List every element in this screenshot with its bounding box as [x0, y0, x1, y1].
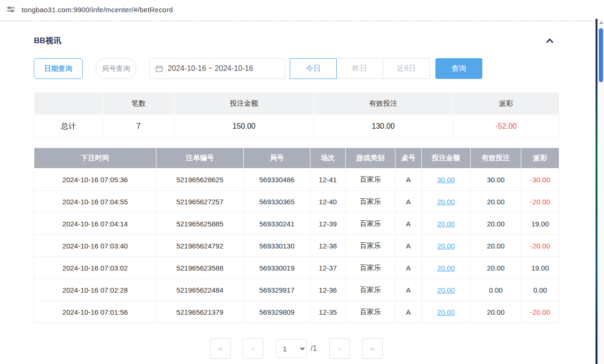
table-row: 2024-10-16 07:04:55521965627257569330365…: [34, 191, 559, 213]
table-row: 2024-10-16 07:03:02521965623588569330019…: [34, 257, 559, 279]
search-button[interactable]: 查询: [435, 58, 482, 79]
cell-time: 2024-10-16 07:03:40: [34, 235, 156, 257]
cell-time: 2024-10-16 07:04:55: [34, 191, 156, 213]
cell-table-no: A: [395, 213, 422, 235]
summary-header-bet-amount: 投注金额: [175, 93, 314, 115]
table-row: 2024-10-16 07:03:40521965624792569330130…: [34, 235, 559, 257]
cell-round: 569330365: [244, 191, 310, 213]
table-row: 2024-10-16 07:02:28521965622484569329917…: [34, 279, 559, 301]
cell-round: 569329809: [244, 301, 310, 323]
yesterday-button[interactable]: 昨日: [336, 58, 383, 79]
cell-valid: 30.00: [471, 169, 521, 191]
prev-page-button[interactable]: ‹: [243, 338, 263, 359]
summary-header-valid-bet: 有效投注: [314, 93, 453, 115]
cell-table-no: A: [395, 191, 422, 213]
summary-header-blank: [34, 93, 103, 115]
cell-session: 12-36: [310, 279, 346, 301]
summary-table: 笔数 投注金额 有效投注 派彩 总计 7 150.00 130.00 -52.0…: [34, 92, 559, 138]
col-header-session: 场次: [310, 148, 346, 169]
calendar-icon: [155, 65, 163, 72]
cell-bet[interactable]: 20.00: [422, 279, 471, 301]
page-title: BB视讯: [34, 35, 62, 46]
last-page-button[interactable]: »: [362, 338, 383, 359]
cell-bet[interactable]: 20.00: [422, 235, 471, 257]
round-query-tab[interactable]: 局号查询: [96, 58, 136, 79]
col-header-round-no: 局号: [244, 148, 310, 169]
cell-time: 2024-10-16 07:02:28: [34, 279, 156, 301]
cell-round: 569330486: [244, 169, 310, 191]
page-select[interactable]: 1: [276, 339, 307, 358]
next-page-button[interactable]: ›: [329, 338, 350, 359]
cell-session: 12-35: [310, 301, 346, 323]
summary-valid-bet-value: 130.00: [314, 115, 453, 138]
cell-bet[interactable]: 20.00: [422, 301, 471, 323]
cell-session: 12-38: [310, 235, 346, 257]
cell-payout: -20.00: [521, 235, 559, 257]
date-range-value: 2024-10-16 ~ 2024-10-16: [168, 64, 253, 73]
cell-game: 百家乐: [346, 191, 395, 213]
cell-session: 12-39: [310, 213, 346, 235]
cell-bet-id: 521965627257: [156, 191, 244, 213]
cell-bet[interactable]: 20.00: [422, 191, 471, 213]
cell-table-no: A: [395, 279, 422, 301]
col-header-valid-bet: 有效投注: [471, 148, 521, 169]
cell-valid: 20.00: [471, 301, 521, 323]
cell-round: 569330019: [244, 257, 310, 279]
cell-game: 百家乐: [346, 213, 395, 235]
cell-payout: 0.00: [521, 279, 559, 301]
scrollbar-thumb[interactable]: [599, 28, 603, 82]
cell-bet-id: 521965625885: [156, 213, 244, 235]
collapse-chevron-icon[interactable]: [546, 39, 554, 46]
cell-payout: -20.00: [521, 301, 559, 323]
cell-payout: 19.00: [521, 213, 559, 235]
cell-bet-id: 521965622484: [156, 279, 244, 301]
address-url[interactable]: tongbao31.com:9900/infe/mcenter/#/betRec…: [22, 6, 173, 14]
cell-time: 2024-10-16 07:01:56: [34, 301, 156, 323]
summary-bet-amount-value: 150.00: [175, 115, 314, 138]
cell-game: 百家乐: [346, 235, 395, 257]
cell-payout: 19.00: [521, 257, 559, 279]
col-header-game-type: 游戏类别: [346, 148, 395, 169]
bet-record-panel: BB视讯 日期查询 局号查询 2024-10-16 ~ 2024-10-16: [0, 21, 596, 359]
cell-session: 12-41: [310, 169, 346, 191]
summary-count-value: 7: [103, 115, 175, 138]
date-range-picker[interactable]: 2024-10-16 ~ 2024-10-16: [149, 58, 285, 79]
vertical-scrollbar[interactable]: [597, 19, 604, 364]
cell-valid: 20.00: [471, 235, 521, 257]
summary-header-count: 笔数: [103, 93, 175, 115]
cell-bet-id: 521965623588: [156, 257, 244, 279]
cell-bet[interactable]: 20.00: [422, 257, 471, 279]
quick-range-group: 今日 昨日 近8日: [290, 58, 430, 79]
today-button[interactable]: 今日: [290, 58, 337, 79]
cell-bet[interactable]: 30.00: [422, 169, 471, 191]
bet-table-header-row: 下注时间 注单编号 局号 场次 游戏类别 桌号 投注金额 有效投注 派彩: [34, 148, 559, 169]
cell-payout: -20.00: [521, 191, 559, 213]
browser-window: tongbao31.com:9900/infe/mcenter/#/betRec…: [0, 0, 604, 364]
scroll-up-arrow-icon[interactable]: [599, 21, 603, 24]
url-bar: tongbao31.com:9900/infe/mcenter/#/betRec…: [0, 0, 604, 19]
cell-round: 569330241: [244, 213, 310, 235]
first-page-button[interactable]: «: [210, 338, 231, 359]
table-row: 2024-10-16 07:05:36521965628625569330486…: [34, 169, 559, 191]
bet-table-body: 2024-10-16 07:05:36521965628625569330486…: [34, 169, 559, 323]
cell-bet-id: 521965628625: [156, 169, 244, 191]
cell-table-no: A: [395, 169, 422, 191]
cell-round: 569330130: [244, 235, 310, 257]
cell-table-no: A: [395, 301, 422, 323]
cell-table-no: A: [395, 257, 422, 279]
date-query-tab[interactable]: 日期查询: [34, 58, 83, 79]
site-settings-icon[interactable]: [6, 4, 16, 15]
cell-game: 百家乐: [346, 279, 395, 301]
last-8-days-button[interactable]: 近8日: [383, 58, 430, 79]
cell-bet[interactable]: 20.00: [422, 213, 471, 235]
cell-time: 2024-10-16 07:03:02: [34, 257, 156, 279]
col-header-payout: 派彩: [521, 148, 559, 169]
cell-time: 2024-10-16 07:04:14: [34, 213, 156, 235]
summary-header-row: 笔数 投注金额 有效投注 派彩: [34, 93, 559, 115]
col-header-bet-time: 下注时间: [34, 148, 156, 169]
cell-game: 百家乐: [346, 169, 395, 191]
cell-valid: 20.00: [471, 213, 521, 235]
cell-payout: -30.00: [521, 169, 559, 191]
cell-time: 2024-10-16 07:05:36: [34, 169, 156, 191]
pagination: « ‹ 1 /1 › »: [34, 338, 559, 359]
